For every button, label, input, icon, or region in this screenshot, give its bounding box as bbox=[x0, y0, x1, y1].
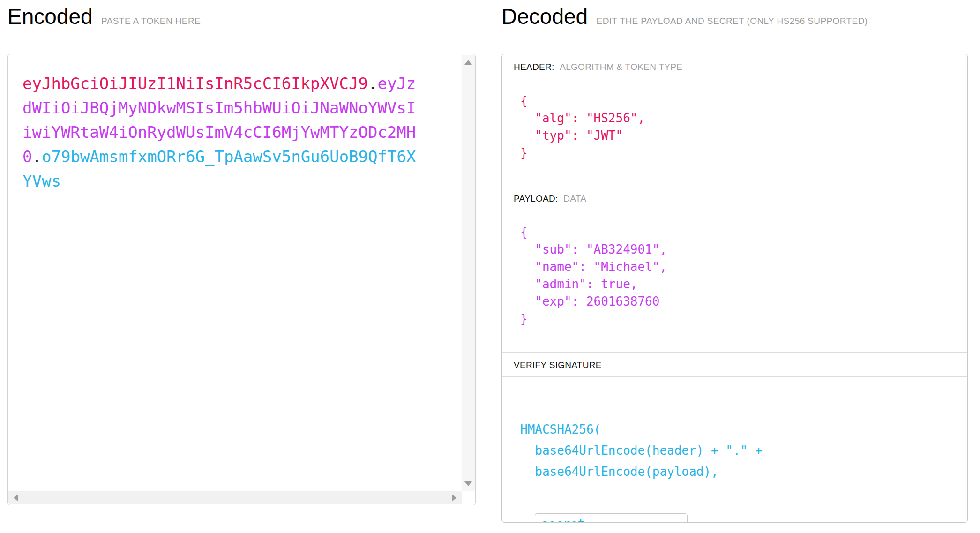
encoded-title: Encoded bbox=[7, 4, 93, 29]
decoded-heading: Decoded EDIT THE PAYLOAD AND SECRET (ONL… bbox=[501, 4, 868, 29]
vertical-scrollbar[interactable] bbox=[462, 55, 475, 491]
scroll-down-icon[interactable] bbox=[464, 481, 472, 486]
code-line: } bbox=[520, 310, 967, 328]
encoded-subtitle: PASTE A TOKEN HERE bbox=[101, 16, 201, 26]
code-line: base64UrlEncode(header) + "." + bbox=[520, 440, 967, 461]
header-json-editor[interactable]: { "alg": "HS256", "typ": "JWT"} bbox=[502, 79, 967, 186]
signature-content: HMACSHA256( base64UrlEncode(header) + ".… bbox=[502, 377, 967, 523]
code-line: "sub": "AB324901", bbox=[520, 241, 967, 258]
header-section-bar: HEADER: ALGORITHM & TOKEN TYPE bbox=[502, 54, 967, 79]
encoded-token-text[interactable]: eyJhbGciOiJIUzI1NiIsInR5cCI6IkpXVCJ9.eyJ… bbox=[22, 71, 418, 193]
decoded-subtitle: EDIT THE PAYLOAD AND SECRET (ONLY HS256 … bbox=[597, 16, 868, 26]
decoded-panel: HEADER: ALGORITHM & TOKEN TYPE { "alg": … bbox=[501, 54, 968, 523]
code-line: "typ": "JWT" bbox=[520, 127, 967, 144]
verify-signature-label: VERIFY SIGNATURE bbox=[514, 360, 602, 370]
code-line: } bbox=[520, 144, 967, 162]
decoded-title: Decoded bbox=[501, 4, 588, 29]
token-segment-signature: o79bwAmsmfxmORr6G_TpAawSv5nGu6UoB9QfT6XY… bbox=[22, 147, 416, 190]
scroll-up-icon[interactable] bbox=[464, 60, 472, 65]
secret-input[interactable] bbox=[535, 513, 688, 523]
code-line: { bbox=[520, 224, 967, 241]
code-line: "exp": 2601638760 bbox=[520, 293, 967, 310]
header-section-label: HEADER: bbox=[514, 62, 554, 72]
code-line: base64UrlEncode(payload), bbox=[520, 461, 967, 482]
code-line: "admin": true, bbox=[520, 276, 967, 293]
scroll-left-icon[interactable] bbox=[14, 494, 18, 502]
encoded-token-input[interactable]: eyJhbGciOiJIUzI1NiIsInR5cCI6IkpXVCJ9.eyJ… bbox=[7, 54, 476, 505]
payload-section-bar: PAYLOAD: DATA bbox=[502, 186, 967, 210]
code-line: HMACSHA256( bbox=[520, 419, 967, 440]
horizontal-scrollbar[interactable] bbox=[8, 491, 462, 504]
payload-section-sublabel: DATA bbox=[563, 194, 586, 203]
header-section-sublabel: ALGORITHM & TOKEN TYPE bbox=[560, 62, 682, 72]
token-segment-dot-2: . bbox=[32, 147, 41, 166]
verify-signature-section-bar: VERIFY SIGNATURE bbox=[502, 352, 967, 377]
scroll-right-icon[interactable] bbox=[452, 494, 456, 502]
encoded-heading: Encoded PASTE A TOKEN HERE bbox=[7, 4, 201, 29]
signature-formula: HMACSHA256( base64UrlEncode(header) + ".… bbox=[520, 419, 967, 482]
payload-json-editor[interactable]: { "sub": "AB324901", "name": "Michael", … bbox=[502, 210, 967, 352]
code-line: { bbox=[520, 92, 967, 110]
token-segment-header: eyJhbGciOiJIUzI1NiIsInR5cCI6IkpXVCJ9 bbox=[22, 74, 368, 93]
code-line: "alg": "HS256", bbox=[520, 110, 967, 127]
payload-section-label: PAYLOAD: bbox=[514, 194, 558, 203]
code-line: "name": "Michael", bbox=[520, 258, 967, 276]
token-segment-dot-1: . bbox=[368, 74, 377, 93]
